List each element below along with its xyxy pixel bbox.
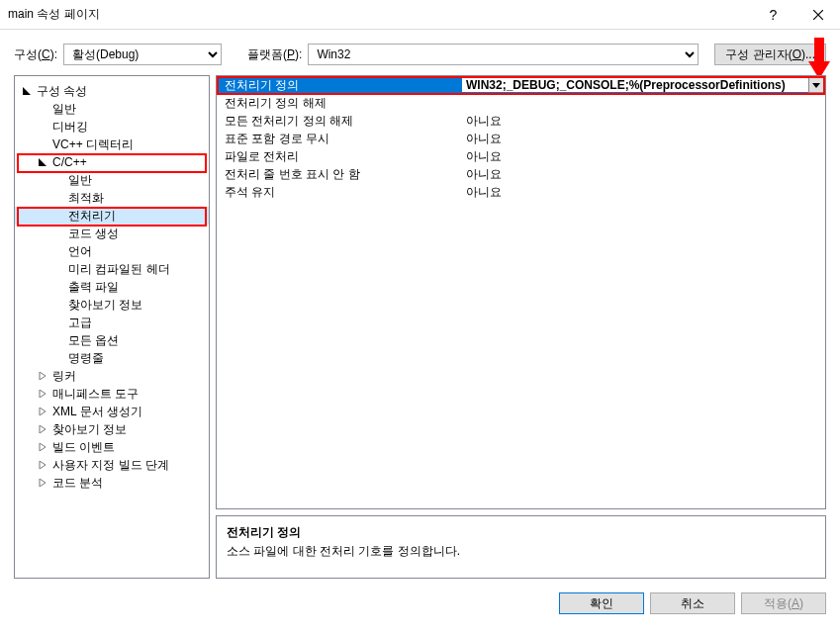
expander-closed-icon [37, 423, 48, 435]
tree-item[interactable]: XML 문서 생성기 [15, 403, 209, 420]
toolbar: 구성(C): 활성(Debug) 플랫폼(P): Win32 구성 관리자(O)… [0, 30, 840, 75]
tree-item[interactable]: 링커 [15, 367, 209, 385]
apply-button[interactable]: 적용(A) [741, 592, 826, 614]
property-row[interactable]: 표준 포함 경로 무시아니요 [217, 130, 825, 147]
expander-closed-icon [37, 459, 48, 471]
property-name: 모든 전처리기 정의 해제 [217, 113, 462, 130]
config-select[interactable]: 활성(Debug) [63, 44, 222, 65]
tree-item[interactable]: 출력 파일 [15, 278, 209, 296]
help-button[interactable]: ? [751, 0, 795, 30]
tree-item[interactable]: 전처리기 [15, 207, 209, 225]
property-row[interactable]: 전처리기 정의 해제 [217, 94, 825, 112]
tree-item-config-props[interactable]: 구성 속성 [15, 82, 209, 100]
property-value[interactable]: 아니요 [462, 166, 825, 183]
property-value[interactable]: 아니요 [462, 113, 825, 130]
tree-item[interactable]: 언어 [15, 242, 209, 260]
tree-item[interactable]: 명령줄 [15, 349, 209, 367]
property-name: 표준 포함 경로 무시 [217, 131, 462, 147]
expander-closed-icon [37, 406, 48, 417]
close-icon [813, 10, 823, 20]
description-title: 전처리기 정의 [227, 524, 815, 541]
close-button[interactable] [795, 0, 840, 30]
description-panel: 전처리기 정의 소스 파일에 대한 전처리 기호를 정의합니다. [216, 515, 826, 579]
platform-select[interactable]: Win32 [308, 44, 699, 65]
property-value[interactable]: 아니요 [462, 148, 825, 165]
tree-item[interactable]: 찾아보기 정보 [15, 420, 209, 438]
property-grid: 전처리기 정의WIN32;_DEBUG;_CONSOLE;%(Preproces… [216, 75, 826, 509]
description-text: 소스 파일에 대한 전처리 기호를 정의합니다. [227, 543, 815, 560]
dropdown-button[interactable] [808, 77, 824, 93]
property-name: 전처리 줄 번호 표시 안 함 [217, 166, 462, 183]
property-value[interactable]: WIN32;_DEBUG;_CONSOLE;%(PreprocessorDefi… [462, 78, 808, 92]
property-row[interactable]: 모든 전처리기 정의 해제아니요 [217, 112, 825, 130]
window-title: main 속성 페이지 [8, 6, 751, 23]
tree-item[interactable]: 빌드 이벤트 [15, 438, 209, 456]
help-icon: ? [770, 7, 778, 23]
expander-closed-icon [37, 388, 48, 400]
tree-item[interactable]: 코드 분석 [15, 474, 209, 492]
tree-panel: 구성 속성 일반디버깅VC++ 디렉터리 C/C++ 일반최적화전처리기코드 생… [14, 75, 210, 579]
config-label: 구성(C): [14, 46, 57, 63]
cancel-button[interactable]: 취소 [650, 592, 735, 614]
main-area: 구성 속성 일반디버깅VC++ 디렉터리 C/C++ 일반최적화전처리기코드 생… [0, 75, 840, 592]
tree-item[interactable]: 찾아보기 정보 [15, 296, 209, 314]
footer: 확인 취소 적용(A) [0, 592, 840, 628]
property-value[interactable]: 아니요 [462, 184, 825, 201]
tree-item[interactable]: 모든 옵션 [15, 331, 209, 349]
property-row[interactable]: 전처리 줄 번호 표시 안 함아니요 [217, 165, 825, 183]
tree-item[interactable]: VC++ 디렉터리 [15, 136, 209, 153]
right-panel: 전처리기 정의WIN32;_DEBUG;_CONSOLE;%(Preproces… [216, 75, 826, 579]
property-name: 파일로 전처리 [217, 148, 462, 165]
property-value[interactable]: 아니요 [462, 131, 825, 147]
tree-item[interactable]: 매니페스트 도구 [15, 385, 209, 403]
expander-closed-icon [37, 370, 48, 382]
expander-open-icon [37, 156, 48, 168]
config-manager-button[interactable]: 구성 관리자(O)... [714, 44, 826, 65]
property-row[interactable]: 파일로 전처리아니요 [217, 147, 825, 165]
tree-item-ccpp[interactable]: C/C++ [15, 153, 209, 171]
tree-item[interactable]: 미리 컴파일된 헤더 [15, 260, 209, 278]
tree-item[interactable]: 일반 [15, 171, 209, 189]
tree-item[interactable]: 디버깅 [15, 118, 209, 136]
property-name: 전처리기 정의 해제 [217, 95, 462, 112]
tree-item[interactable]: 일반 [15, 100, 209, 118]
expander-closed-icon [37, 441, 48, 453]
tree-item[interactable]: 고급 [15, 314, 209, 331]
property-row[interactable]: 전처리기 정의WIN32;_DEBUG;_CONSOLE;%(Preproces… [217, 76, 825, 94]
tree-item[interactable]: 코드 생성 [15, 225, 209, 242]
titlebar: main 속성 페이지 ? [0, 0, 840, 30]
platform-label: 플랫폼(P): [247, 46, 302, 63]
tree-item[interactable]: 최적화 [15, 189, 209, 207]
property-row[interactable]: 주석 유지아니요 [217, 183, 825, 201]
expander-closed-icon [37, 477, 48, 489]
ok-button[interactable]: 확인 [559, 592, 644, 614]
property-name: 전처리기 정의 [217, 77, 462, 94]
tree-item[interactable]: 사용자 지정 빌드 단계 [15, 456, 209, 474]
chevron-down-icon [812, 83, 820, 88]
expander-open-icon [21, 85, 33, 97]
property-name: 주석 유지 [217, 184, 462, 201]
